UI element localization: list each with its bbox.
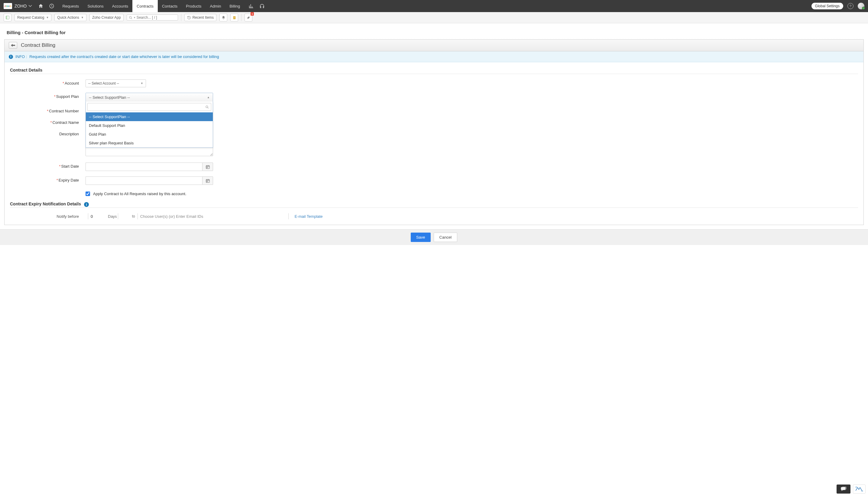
start-date-input[interactable] xyxy=(86,162,202,171)
svg-rect-13 xyxy=(207,182,207,182)
toggle-sidebar-button[interactable] xyxy=(4,14,12,21)
contract-billing-panel: Contract Billing i INFO : Requests creat… xyxy=(4,39,864,225)
support-plan-option-placeholder[interactable]: -- Select SupportPlan -- xyxy=(86,112,213,121)
calendar-icon xyxy=(205,179,210,183)
notify-before-label: Notify before xyxy=(10,214,86,219)
support-plan-option-default[interactable]: Default Support Plan xyxy=(86,121,213,130)
nav-tab-contracts[interactable]: Contracts xyxy=(132,0,158,12)
quick-actions-dropdown[interactable]: Quick Actions▼ xyxy=(55,14,87,21)
svg-rect-2 xyxy=(6,16,7,19)
chevron-down-icon: ▼ xyxy=(140,82,143,85)
headset-icon[interactable] xyxy=(259,3,265,9)
recent-items-button[interactable]: Recent Items xyxy=(184,14,217,21)
info-text: Requests created after the contract's cr… xyxy=(29,55,219,59)
start-date-label: *Start Date xyxy=(10,162,86,169)
brand-name: ZOHO xyxy=(15,4,27,9)
support-plan-option-silver[interactable]: Silver plan Request Basis xyxy=(86,139,213,148)
description-label: Description xyxy=(10,130,86,136)
info-label: INFO : xyxy=(15,55,27,59)
search-icon xyxy=(205,105,209,109)
apply-contract-label: Apply Contract to All Requests raised by… xyxy=(93,191,186,196)
nav-tab-accounts[interactable]: Accounts xyxy=(108,0,132,12)
support-plan-option-gold[interactable]: Gold Plan xyxy=(86,130,213,139)
support-plan-select[interactable]: -- Select SupportPlan -- ▲ -- Select Sup… xyxy=(86,93,213,102)
nav-tab-requests[interactable]: Requests xyxy=(58,0,83,12)
reports-icon[interactable] xyxy=(248,3,254,9)
nav-tab-admin[interactable]: Admin xyxy=(206,0,226,12)
contract-number-label: *Contract Number xyxy=(10,107,86,113)
account-select[interactable]: -- Select Account -- ▼ xyxy=(86,79,146,87)
account-label: *Account xyxy=(10,79,86,86)
svg-point-5 xyxy=(206,106,208,108)
support-plan-dropdown: -- Select SupportPlan -- Default Support… xyxy=(86,102,213,148)
nav-tab-contacts[interactable]: Contacts xyxy=(158,0,182,12)
expiry-date-picker-button[interactable] xyxy=(202,176,213,185)
expiry-notification-heading: Contract Expiry Notification Details xyxy=(10,201,81,206)
notifications-button[interactable] xyxy=(219,14,227,21)
zoho-logo[interactable]: ZOHO xyxy=(4,3,12,9)
support-plan-label: *Support Plan xyxy=(10,93,86,99)
calendar-icon xyxy=(205,165,210,169)
notify-email-input[interactable] xyxy=(138,213,289,219)
top-navbar: ZOHO ZOHO Requests Solutions Accounts Co… xyxy=(0,0,868,12)
chevron-up-icon: ▲ xyxy=(207,96,210,99)
start-date-picker-button[interactable] xyxy=(202,162,213,171)
search-icon xyxy=(129,16,133,20)
contract-details-heading: Contract Details xyxy=(10,68,858,73)
nav-tab-products[interactable]: Products xyxy=(182,0,205,12)
contract-name-label: *Contract Name xyxy=(10,119,86,125)
help-icon[interactable]: ? xyxy=(848,3,853,9)
global-settings-button[interactable]: Global Settings xyxy=(811,3,843,9)
nav-tab-solutions[interactable]: Solutions xyxy=(83,0,108,12)
sub-toolbar: Request Catalog▼ Quick Actions▼ Zoho Cre… xyxy=(0,12,868,23)
page-title: Billing - Contract Billing for xyxy=(7,30,864,35)
panel-title: Contract Billing xyxy=(21,42,55,48)
dashboard-clock-icon[interactable] xyxy=(49,3,55,9)
to-label: to xyxy=(132,214,135,218)
search-chevron-icon[interactable]: ▾ xyxy=(134,16,135,19)
home-icon[interactable] xyxy=(38,3,44,9)
svg-point-3 xyxy=(130,16,132,18)
info-icon[interactable]: i xyxy=(84,202,89,207)
info-icon: i xyxy=(9,55,13,59)
back-button[interactable] xyxy=(9,42,17,49)
nav-tab-billing[interactable]: Billing xyxy=(225,0,244,12)
user-avatar[interactable] xyxy=(858,3,864,9)
global-search[interactable]: ▾ xyxy=(127,15,178,20)
history-icon xyxy=(187,16,191,20)
email-template-link[interactable]: E-mail Template xyxy=(295,214,323,219)
svg-rect-8 xyxy=(207,167,208,167)
apply-contract-checkbox[interactable] xyxy=(86,191,90,196)
svg-rect-12 xyxy=(207,181,208,181)
cancel-button[interactable]: Cancel xyxy=(434,233,457,242)
info-banner: i INFO : Requests created after the cont… xyxy=(4,51,864,62)
form-footer: Save Cancel xyxy=(0,229,868,245)
save-button[interactable]: Save xyxy=(411,233,431,242)
days-label: Days xyxy=(108,214,117,219)
expiry-date-label: *Expiry Date xyxy=(10,176,86,183)
search-input[interactable] xyxy=(137,15,176,20)
notes-button[interactable] xyxy=(230,14,238,21)
expiry-date-input[interactable] xyxy=(86,176,202,185)
apply-contract-checkbox-row[interactable]: Apply Contract to All Requests raised by… xyxy=(86,191,186,196)
svg-rect-9 xyxy=(207,168,207,168)
announcements-button[interactable] xyxy=(244,14,253,21)
brand-chevron-icon[interactable] xyxy=(28,5,32,7)
creator-app-button[interactable]: Zoho Creator App xyxy=(90,14,124,21)
dropdown-search-input[interactable] xyxy=(90,105,205,109)
nav-tabs: Requests Solutions Accounts Contracts Co… xyxy=(58,0,244,12)
dropdown-search[interactable] xyxy=(87,103,211,111)
svg-rect-11 xyxy=(207,181,207,181)
svg-rect-7 xyxy=(207,167,207,167)
request-catalog-dropdown[interactable]: Request Catalog▼ xyxy=(15,14,51,21)
